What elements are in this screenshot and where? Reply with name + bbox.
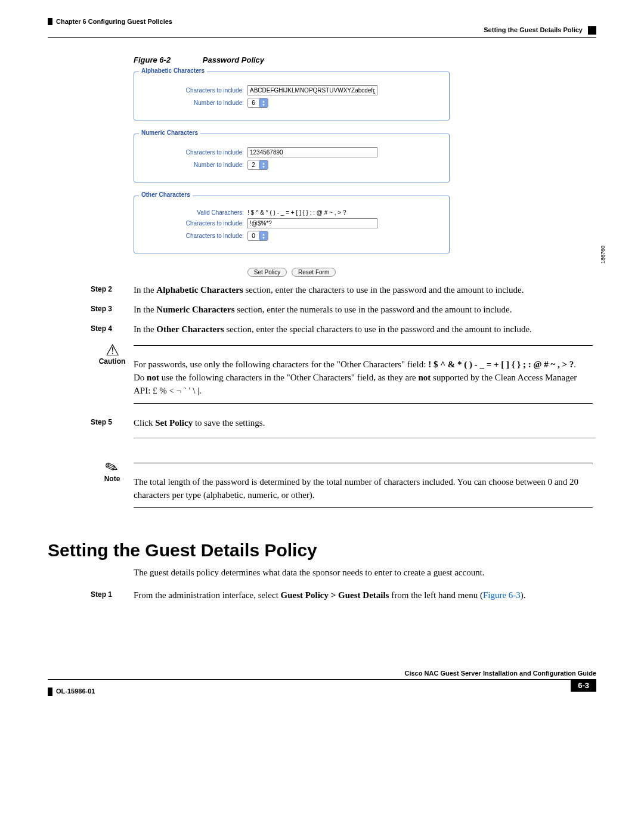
- set-policy-button[interactable]: Set Policy: [247, 268, 287, 277]
- num-chars-input[interactable]: [247, 147, 377, 157]
- numeric-characters-group: Numeric Characters Characters to include…: [134, 134, 450, 182]
- caution-label: Caution: [91, 357, 134, 366]
- section-breadcrumb: Setting the Guest Details Policy: [484, 26, 583, 33]
- section-intro: The guest details policy determines what…: [134, 566, 596, 580]
- note-body: The total length of the password is dete…: [134, 476, 593, 511]
- valid-chars-text: ! $ ^ & * ( ) - _ = + [ ] { } ; : @ # ~ …: [247, 209, 346, 216]
- alpha-num-label: Number to include:: [143, 100, 247, 106]
- step2-label: Step 2: [91, 284, 134, 296]
- header-marker-icon: [588, 26, 596, 35]
- stepper-arrows-icon[interactable]: ▲▼: [259, 231, 268, 240]
- step4-body: In the Other Characters section, enter t…: [134, 323, 596, 336]
- valid-chars-label: Valid Charachers:: [143, 209, 247, 216]
- figure-caption: Figure 6-2 Password Policy: [134, 55, 596, 64]
- other-chars-label: Characters to include:: [143, 220, 247, 227]
- other-characters-group: Other Characters Valid Charachers: ! $ ^…: [134, 196, 450, 253]
- step5-label: Step 5: [91, 417, 134, 444]
- num-num-label: Number to include:: [143, 162, 247, 168]
- figure-link[interactable]: Figure 6-3: [483, 590, 521, 600]
- figure-side-number: 186760: [600, 246, 606, 264]
- chapter-breadcrumb: Chapter 6 Configuring Guest Policies: [48, 18, 172, 25]
- s2-step1-body: From the administration interface, selec…: [134, 589, 596, 602]
- other-num-label: Characters to include:: [143, 233, 247, 239]
- page-number: 6-3: [571, 679, 596, 692]
- caution-body: For passwords, use only the following ch…: [134, 358, 593, 406]
- step3-body: In the Numeric Characters section, enter…: [134, 304, 596, 316]
- s2-step1-label: Step 1: [91, 589, 134, 602]
- alphabetic-legend: Alphabetic Characters: [139, 67, 207, 74]
- num-chars-label: Characters to include:: [143, 149, 247, 156]
- other-legend: Other Characters: [139, 191, 193, 198]
- alphabetic-characters-group: Alphabetic Characters Characters to incl…: [134, 72, 450, 120]
- step2-body: In the Alphabetic Characters section, en…: [134, 284, 596, 296]
- other-number-stepper[interactable]: 0 ▲▼: [247, 231, 268, 241]
- alpha-chars-label: Characters to include:: [143, 87, 247, 94]
- footer-doc-number: OL-15986-01: [56, 688, 95, 695]
- numeric-legend: Numeric Characters: [139, 129, 200, 136]
- figure-number: Figure 6-2: [134, 55, 171, 64]
- alpha-chars-input[interactable]: [247, 85, 377, 95]
- num-number-value: 2: [248, 162, 259, 168]
- step4-label: Step 4: [91, 323, 134, 336]
- figure-title: Password Policy: [203, 55, 264, 64]
- reset-form-button[interactable]: Reset Form: [292, 268, 336, 277]
- stepper-arrows-icon[interactable]: ▲▼: [259, 98, 268, 107]
- step3-label: Step 3: [91, 304, 134, 316]
- step5-body: Click Set Policy to save the settings.: [134, 417, 596, 444]
- stepper-arrows-icon[interactable]: ▲▼: [259, 160, 268, 169]
- section-heading: Setting the Guest Details Policy: [48, 540, 596, 561]
- num-number-stepper[interactable]: 2 ▲▼: [247, 160, 268, 170]
- footer-stub-icon: [48, 688, 52, 696]
- other-chars-input[interactable]: [247, 218, 377, 228]
- other-number-value: 0: [248, 233, 259, 239]
- footer-doc-title: Cisco NAC Guest Server Installation and …: [405, 670, 597, 677]
- caution-icon: ⚠: [106, 342, 119, 359]
- alpha-number-value: 6: [248, 100, 259, 106]
- alpha-number-stepper[interactable]: 6 ▲▼: [247, 98, 268, 108]
